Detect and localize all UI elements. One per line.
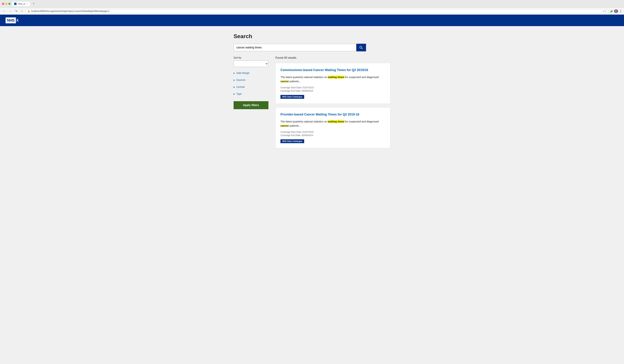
filter-toggle-type[interactable]: ▶ Type — [234, 92, 268, 96]
nhs-logo[interactable]: NHS X — [6, 17, 19, 23]
result-coverage-end-1: Coverage End Date: 30/09/2016 — [281, 90, 385, 92]
filter-toggle-date-range[interactable]: ▶ Date Range — [234, 71, 268, 75]
result-card-1: Commissioner-based Cancer Waiting Times … — [275, 63, 390, 104]
tab-favicon — [14, 3, 17, 5]
filter-label-license: License — [236, 86, 245, 88]
tab-title: nhsx_ui — [18, 3, 25, 5]
tab-close-button[interactable]: ✕ — [26, 3, 28, 5]
security-icon: 🔒 — [27, 10, 30, 12]
browser-titlebar: nhsx_ui ✕ + — [0, 0, 624, 8]
search-container: Search Sort by Relevance — [234, 33, 390, 152]
profile-icon[interactable]: K — [614, 9, 618, 13]
address-input[interactable] — [31, 10, 602, 12]
sort-section: Sort by Relevance Date — [234, 56, 268, 67]
result-title-2[interactable]: Provider-based Cancer Waiting Times for … — [281, 112, 385, 117]
browser-chrome: nhsx_ui ✕ + ← → ↻ ⌂ 🔒 ☆ 🧩 K ⋮ — [0, 0, 624, 15]
result-description-1: The latest quarterly national statistics… — [281, 75, 385, 83]
filter-label-type: Type — [236, 93, 242, 95]
close-window-button[interactable] — [2, 3, 4, 5]
extensions-icon[interactable]: 🧩 — [610, 10, 613, 13]
result-coverage-end-2: Coverage End Date: 30/09/2016 — [281, 134, 385, 137]
chevron-right-icon-sources: ▶ — [234, 79, 235, 81]
results-count: Found 40 results. — [275, 56, 390, 59]
filter-group-license: ▶ License — [234, 84, 268, 89]
result-coverage-start-2: Coverage Start Date: 01/07/2015 — [281, 131, 385, 133]
highlight-waiting-times-1: waiting times — [328, 75, 344, 78]
browser-tab[interactable]: nhsx_ui ✕ — [12, 1, 30, 6]
refresh-button[interactable]: ↻ — [14, 9, 19, 13]
filter-group-type: ▶ Type — [234, 92, 268, 96]
result-coverage-start-1: Coverage Start Date: 01/07/2015 — [281, 86, 385, 89]
chevron-right-icon-type: ▶ — [234, 93, 235, 95]
svg-point-0 — [360, 46, 362, 48]
filter-group-sources: ▶ Sources — [234, 77, 268, 82]
chevron-right-icon-license: ▶ — [234, 86, 235, 88]
filters-sidebar: Sort by Relevance Date ▶ Date Range — [234, 56, 268, 109]
address-bar: 🔒 ☆ — [25, 9, 609, 13]
forward-button[interactable]: → — [8, 9, 13, 13]
filter-toggle-license[interactable]: ▶ License — [234, 84, 268, 89]
new-tab-button[interactable]: + — [32, 2, 36, 6]
browser-toolbar-right: 🧩 K ⋮ — [610, 9, 622, 13]
search-icon — [359, 46, 363, 49]
highlight-waiting-times-2: waiting times — [328, 120, 344, 123]
nhs-logo-text: NHS — [6, 17, 16, 23]
apply-filters-button[interactable]: Apply filters — [234, 101, 268, 109]
content-layout: Sort by Relevance Date ▶ Date Range — [234, 56, 390, 152]
filter-label-sources: Sources — [236, 78, 245, 81]
nhs-header: NHS X — [0, 15, 624, 26]
highlight-cancer-1: cancer — [281, 80, 289, 83]
filter-label-date-range: Date Range — [236, 72, 249, 74]
sort-select[interactable]: Relevance Date — [234, 60, 268, 67]
traffic-lights — [2, 3, 10, 5]
chevron-right-icon: ▶ — [234, 72, 235, 74]
result-description-2: The latest quarterly national statistics… — [281, 120, 385, 128]
filter-toggle-sources[interactable]: ▶ Sources — [234, 77, 268, 82]
result-card-2: Provider-based Cancer Waiting Times for … — [275, 107, 390, 148]
search-button[interactable] — [356, 44, 366, 51]
sort-label: Sort by — [234, 56, 268, 59]
search-bar-container — [234, 44, 366, 51]
maximize-window-button[interactable] — [8, 3, 10, 5]
address-bar-actions: ☆ — [602, 10, 606, 12]
minimize-window-button[interactable] — [5, 3, 7, 5]
nhs-logo-suffix: X — [16, 19, 19, 23]
main-content: Search Sort by Relevance — [0, 26, 624, 364]
svg-line-1 — [362, 48, 363, 49]
highlight-cancer-2: cancer — [281, 124, 289, 127]
menu-icon[interactable]: ⋮ — [619, 9, 622, 13]
results-section: Found 40 results. Commissioner-based Can… — [275, 56, 390, 152]
result-tag-1: NHS Data Catalogue — [281, 95, 304, 99]
filter-group-date-range: ▶ Date Range — [234, 71, 268, 75]
page-title: Search — [234, 33, 390, 40]
result-title-1[interactable]: Commissioner-based Cancer Waiting Times … — [281, 68, 385, 72]
back-button[interactable]: ← — [2, 9, 7, 13]
search-input[interactable] — [234, 44, 356, 51]
result-tag-2: NHS Data Catalogue — [281, 139, 304, 143]
browser-toolbar: ← → ↻ ⌂ 🔒 ☆ 🧩 K ⋮ — [0, 8, 624, 14]
bookmark-icon[interactable]: ☆ — [602, 10, 606, 12]
home-button[interactable]: ⌂ — [20, 9, 24, 13]
